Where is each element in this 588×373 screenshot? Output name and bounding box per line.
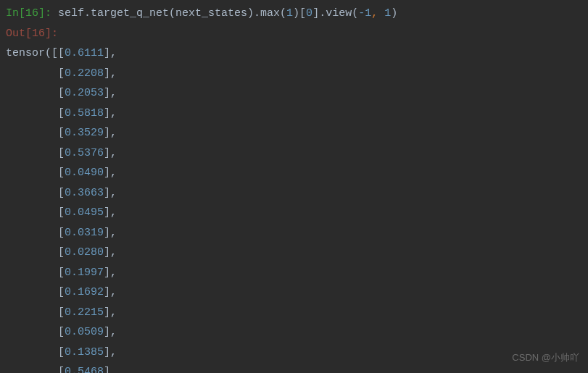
tensor-row-open: [ [6,147,65,159]
tensor-value: 0.0280 [65,246,104,259]
tensor-row: [0.3663], [6,183,582,204]
tensor-row-open: [ [6,267,65,279]
tensor-row-open: [ [6,286,65,298]
tensor-row: [0.5376], [6,143,582,164]
tensor-row: [0.5818], [6,104,582,124]
tensor-row: [0.1385], [6,343,582,363]
tensor-output: tensor([[0.6111], [0.2208], [0.2053], [0… [6,43,582,373]
tensor-row-open: [ [6,167,65,179]
tensor-row-close: ], [104,147,117,159]
tensor-row-close: ], [104,187,117,199]
tensor-row: [0.2208], [6,64,582,84]
tensor-row-close: ], [104,107,117,120]
code-suffix: ) [391,7,397,20]
tensor-value: 0.2053 [65,87,104,99]
tensor-row-open: [ [6,67,65,80]
tensor-row-open: [ [6,326,65,338]
tensor-row-close: ], [104,286,117,298]
tensor-value: 0.2215 [65,306,104,319]
tensor-row-close: ], [104,127,117,139]
tensor-value: 0.0490 [65,167,104,179]
tensor-row: [0.1997], [6,263,582,283]
tensor-row-close: ], [104,167,117,179]
code-arg4: 1 [384,7,391,20]
code-comma: , [371,7,378,20]
code-mid1: )[ [293,7,306,20]
tensor-row-close: ], [104,246,117,259]
tensor-value: 0.3663 [65,187,104,199]
tensor-row-close: ], [104,227,117,239]
tensor-row-open: [ [6,127,65,139]
tensor-row-close: ], [104,67,117,80]
tensor-row-close: ], [104,326,117,338]
tensor-row-open: [ [6,227,65,239]
tensor-row-close: ], [104,306,117,319]
input-line: In[16]: self.target_q_net(next_states).m… [6,4,582,24]
tensor-row-open: [ [6,246,65,259]
in-prompt: In[16]: [6,7,51,20]
tensor-row: [0.0319], [6,223,582,243]
code-prefix: self.target_q_net(next_states).max( [51,7,286,20]
tensor-row-open: [ [6,206,65,219]
tensor-row-open: [ [6,187,65,199]
tensor-row-close: ], [104,346,117,359]
output-prompt-line: Out[16]: [6,24,582,44]
tensor-row-open: [ [6,366,65,373]
code-arg1: 1 [286,7,293,20]
tensor-value: 0.0495 [65,206,104,219]
code-space [378,7,384,20]
tensor-value: 0.5376 [65,147,104,159]
tensor-row: [0.0280], [6,243,582,263]
tensor-open: tensor([[ [6,47,65,59]
tensor-row: tensor([[0.6111], [6,43,582,64]
tensor-value: 0.0319 [65,227,104,239]
tensor-row-open: [ [6,87,65,99]
tensor-value: 0.0509 [65,326,104,338]
out-prompt: Out[16]: [6,28,58,40]
tensor-row: [0.5468], [6,362,582,373]
tensor-row-open: [ [6,107,65,120]
tensor-value: 0.5468 [65,366,104,373]
tensor-value: 0.1692 [65,286,104,298]
tensor-value: 0.6111 [65,47,104,59]
tensor-row-close: ], [104,87,117,99]
tensor-row: [0.0490], [6,163,582,183]
tensor-value: 0.3529 [65,127,104,139]
code-mid2: ].view( [312,7,358,20]
watermark: CSDN @小帅吖 [512,348,579,368]
tensor-value: 0.1385 [65,346,104,359]
tensor-row-close: ], [104,366,117,373]
tensor-row-close: ], [104,206,117,219]
tensor-row: [0.2215], [6,303,582,323]
tensor-row: [0.0509], [6,322,582,343]
tensor-row: [0.0495], [6,203,582,223]
tensor-row-close: ], [104,47,117,59]
tensor-row: [0.1692], [6,282,582,303]
tensor-value: 0.2208 [65,67,104,80]
tensor-value: 0.5818 [65,107,104,120]
code-arg2: 0 [306,7,312,20]
tensor-row: [0.3529], [6,123,582,143]
tensor-value: 0.1997 [65,267,104,279]
tensor-row-open: [ [6,306,65,319]
tensor-row-open: [ [6,346,65,359]
code-arg3: -1 [358,7,371,20]
tensor-row: [0.2053], [6,83,582,104]
tensor-row-close: ], [104,267,117,279]
